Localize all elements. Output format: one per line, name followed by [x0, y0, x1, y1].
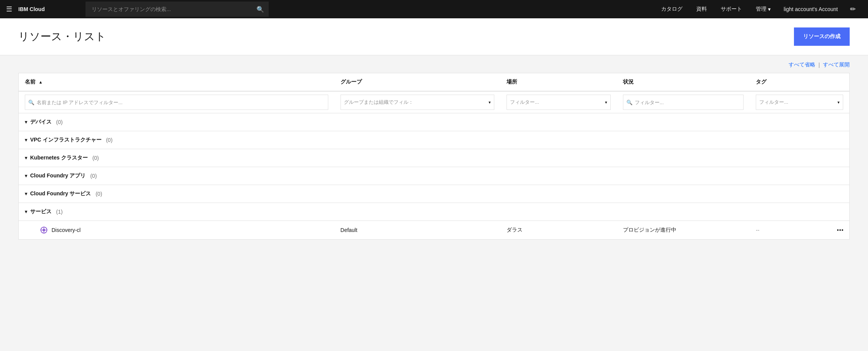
category-header-services[interactable]: ▾ サービス (1) [19, 203, 849, 221]
chevron-down-icon-kubernetes: ▾ [25, 155, 27, 161]
category-row-vpc[interactable]: ▾ VPC インフラストラクチャー (0) [19, 131, 850, 149]
resource-table: 名前 ▲ グループ 場所 状況 タグ [18, 73, 850, 240]
filter-row: 🔍 グループまたは組織でフィル： ▾ フィルター... ▾ [19, 91, 850, 113]
name-filter-input[interactable] [37, 100, 325, 105]
top-navigation: ☰ IBM Cloud 🔍 カタログ 資料 サポート 管理 ▾ light ac… [0, 0, 868, 18]
menu-icon[interactable]: ☰ [6, 5, 12, 13]
category-row-services[interactable]: ▾ サービス (1) [19, 203, 850, 221]
collapse-all-link[interactable]: すべて省略 [789, 61, 815, 68]
name-filter-wrap: 🔍 [25, 95, 328, 110]
category-count-vpc: (0) [106, 137, 113, 143]
category-label-services: サービス [30, 208, 52, 215]
category-row-cf-services[interactable]: ▾ Cloud Foundry サービス (0) [19, 185, 850, 203]
category-header-cf-services[interactable]: ▾ Cloud Foundry サービス (0) [19, 185, 849, 203]
table-header: 名前 ▲ グループ 場所 状況 タグ [19, 73, 850, 92]
tags-filter-chevron-icon: ▾ [837, 100, 840, 105]
support-link[interactable]: サポート [714, 0, 749, 18]
category-label-kubernetes: Kubernetes クラスター [30, 155, 88, 161]
page-header: リソース・リスト リソースの作成 [0, 18, 868, 55]
main-content: すべて省略 | すべて展開 名前 ▲ グループ 場所 状況 [0, 55, 868, 240]
cell-status: プロビジョンが進行中 [617, 221, 750, 240]
category-header-vpc[interactable]: ▾ VPC インフラストラクチャー (0) [19, 131, 849, 149]
status-filter-input[interactable] [635, 100, 740, 105]
col-header-status[interactable]: 状況 [617, 73, 750, 92]
status-filter-wrap: 🔍 [623, 95, 744, 110]
chevron-down-icon-cf-services: ▾ [25, 191, 27, 196]
cell-location: ダラス [500, 221, 617, 240]
chevron-down-icon-vpc: ▾ [25, 137, 27, 143]
docs-link[interactable]: 資料 [689, 0, 714, 18]
overflow-dot-3 [842, 229, 843, 231]
tags-filter-wrap[interactable]: フィルター... ▾ [756, 95, 843, 110]
tags-filter-text: フィルター... [759, 99, 836, 106]
col-header-tags[interactable]: タグ [750, 73, 849, 92]
tags-value: -- [756, 227, 759, 233]
global-search: 🔍 [86, 2, 269, 17]
brand-logo[interactable]: IBM Cloud [18, 6, 79, 12]
overflow-menu-button[interactable] [837, 229, 843, 231]
chevron-down-icon-services: ▾ [25, 209, 27, 214]
collapse-controls: すべて省略 | すべて展開 [18, 61, 850, 68]
category-count-kubernetes: (0) [92, 155, 99, 161]
category-row-kubernetes[interactable]: ▾ Kubernetes クラスター (0) [19, 149, 850, 167]
chevron-down-icon: ▾ [25, 119, 27, 125]
category-count-cf-services: (0) [95, 191, 102, 197]
category-header-kubernetes[interactable]: ▾ Kubernetes クラスター (0) [19, 149, 849, 167]
category-label-vpc: VPC インフラストラクチャー [30, 137, 102, 143]
location-filter-chevron-icon: ▾ [605, 100, 607, 105]
col-header-group[interactable]: グループ [334, 73, 500, 92]
group-filter-chevron-icon: ▾ [489, 100, 491, 105]
catalog-link[interactable]: カタログ [654, 0, 689, 18]
group-filter-text: グループまたは組織でフィル： [344, 99, 487, 106]
category-label-cf-services: Cloud Foundry サービス [30, 190, 91, 197]
expand-all-link[interactable]: すべて展開 [823, 61, 850, 68]
manage-link[interactable]: 管理 ▾ [749, 0, 778, 18]
status-filter-search-icon: 🔍 [626, 100, 632, 105]
page-title: リソース・リスト [18, 29, 106, 44]
col-header-location[interactable]: 場所 [500, 73, 617, 92]
location-filter-wrap[interactable]: フィルター... ▾ [507, 95, 611, 110]
status-badge: プロビジョンが進行中 [623, 227, 676, 233]
category-row-cf-apps[interactable]: ▾ Cloud Foundry アプリ (0) [19, 167, 850, 185]
col-header-name[interactable]: 名前 ▲ [19, 73, 334, 92]
category-label-devices: デバイス [30, 119, 52, 126]
group-filter-wrap[interactable]: グループまたは組織でフィル： ▾ [340, 95, 494, 110]
category-count-services: (1) [56, 209, 63, 215]
search-input[interactable] [86, 2, 269, 17]
service-name-wrap: Discovery-cl [25, 226, 328, 234]
cell-name: Discovery-cl [19, 221, 334, 240]
account-selector[interactable]: light account's Account [778, 0, 844, 18]
service-icon [40, 226, 48, 234]
category-row-devices[interactable]: ▾ デバイス (0) [19, 113, 850, 132]
location-filter-text: フィルター... [510, 99, 603, 106]
sort-ascending-icon: ▲ [39, 80, 43, 84]
category-count-devices: (0) [56, 119, 63, 125]
category-label-cf-apps: Cloud Foundry アプリ [30, 172, 86, 179]
nav-links: カタログ 資料 サポート 管理 ▾ light account's Accoun… [654, 0, 862, 18]
cell-group: Default [334, 221, 500, 240]
category-header-cf-apps[interactable]: ▾ Cloud Foundry アプリ (0) [19, 167, 849, 185]
chevron-down-icon-cf-apps: ▾ [25, 173, 27, 179]
service-name-text[interactable]: Discovery-cl [52, 227, 81, 233]
create-resource-button[interactable]: リソースの作成 [794, 27, 850, 46]
table-row[interactable]: Discovery-cl Default ダラス プロビジョンが進行中 -- [19, 221, 850, 240]
name-filter-search-icon: 🔍 [28, 100, 34, 105]
edit-icon[interactable]: ✏ [844, 0, 862, 18]
divider: | [818, 62, 820, 68]
category-header-devices[interactable]: ▾ デバイス (0) [19, 113, 849, 131]
manage-chevron-icon: ▾ [768, 6, 771, 12]
overflow-dot-2 [839, 229, 841, 231]
search-icon[interactable]: 🔍 [257, 6, 264, 13]
cell-tags: -- [750, 221, 849, 240]
overflow-dot-1 [837, 229, 839, 231]
category-count-cf-apps: (0) [90, 173, 97, 179]
